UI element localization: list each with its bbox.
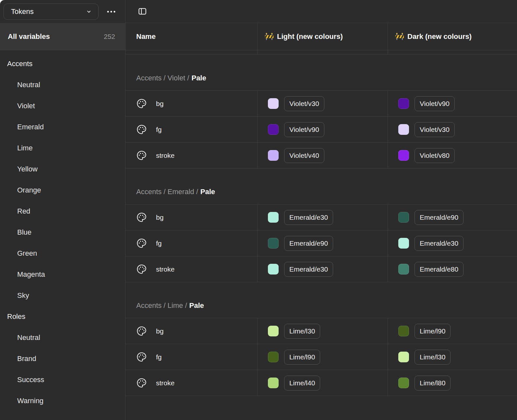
- column-header-dark-mode[interactable]: Dark (new colours): [388, 23, 517, 50]
- sidebar-item-blue[interactable]: Blue: [0, 222, 125, 243]
- color-swatch[interactable]: [268, 264, 279, 274]
- variable-row[interactable]: fgViolet/v90Violet/v30: [126, 116, 517, 142]
- token-chip[interactable]: Emerald/e30: [415, 236, 463, 251]
- light-value-cell[interactable]: Emerald/e30: [257, 256, 388, 282]
- sidebar-item-brand[interactable]: Brand: [0, 348, 125, 369]
- color-swatch[interactable]: [268, 326, 279, 336]
- color-swatch[interactable]: [398, 124, 409, 135]
- sidebar-item-all-variables[interactable]: All variables 252: [0, 23, 125, 50]
- variable-name-cell[interactable]: fg: [126, 117, 257, 142]
- sidebar-item-orange[interactable]: Orange: [0, 180, 125, 201]
- token-chip[interactable]: Lime/l80: [415, 376, 451, 391]
- token-chip[interactable]: Violet/v80: [415, 148, 455, 163]
- toggle-sidebar-button[interactable]: [136, 5, 149, 18]
- variable-row[interactable]: bgViolet/v30Violet/v90: [126, 90, 517, 116]
- color-swatch[interactable]: [398, 264, 409, 274]
- column-header-light-mode[interactable]: Light (new colours): [257, 23, 388, 50]
- token-chip[interactable]: Violet/v30: [415, 122, 455, 137]
- color-swatch[interactable]: [398, 98, 409, 109]
- token-chip[interactable]: Violet/v90: [415, 96, 455, 111]
- token-chip[interactable]: Lime/l30: [284, 324, 320, 339]
- token-chip[interactable]: Lime/l90: [415, 324, 451, 339]
- token-chip[interactable]: Lime/l30: [415, 350, 451, 365]
- variable-row[interactable]: bgEmerald/e30Emerald/e90: [126, 204, 517, 230]
- light-value-cell[interactable]: Lime/l90: [257, 344, 388, 370]
- dark-value-cell[interactable]: Violet/v80: [388, 143, 517, 168]
- variable-name-cell[interactable]: bg: [126, 318, 257, 344]
- light-value-cell[interactable]: Violet/v30: [257, 91, 388, 116]
- color-swatch[interactable]: [398, 326, 409, 336]
- dark-value-cell[interactable]: Emerald/e90: [388, 204, 517, 230]
- variable-row[interactable]: strokeEmerald/e30Emerald/e80: [126, 256, 517, 282]
- color-swatch[interactable]: [398, 238, 409, 249]
- color-swatch[interactable]: [398, 352, 409, 362]
- token-chip[interactable]: Violet/v40: [284, 148, 324, 163]
- sidebar-item-warning[interactable]: Warning: [0, 390, 125, 411]
- token-chip[interactable]: Emerald/e30: [284, 210, 333, 225]
- variable-name-cell[interactable]: stroke: [126, 143, 257, 168]
- dark-value-cell[interactable]: Emerald/e80: [388, 256, 517, 282]
- token-chip[interactable]: Emerald/e90: [415, 210, 463, 225]
- token-chip[interactable]: Violet/v30: [284, 96, 324, 111]
- light-value-cell[interactable]: Violet/v90: [257, 117, 388, 142]
- sidebar-item-red[interactable]: Red: [0, 201, 125, 222]
- dark-value-cell[interactable]: Violet/v90: [388, 91, 517, 116]
- section-breadcrumb: Accents / Lime /Pale: [126, 282, 517, 318]
- variable-row[interactable]: bgLime/l30Lime/l90: [126, 318, 517, 344]
- sidebar-item-green[interactable]: Green: [0, 243, 125, 264]
- color-swatch[interactable]: [268, 124, 279, 135]
- color-swatch[interactable]: [268, 352, 279, 362]
- light-value-cell[interactable]: Violet/v40: [257, 143, 388, 168]
- sidebar-item-emerald[interactable]: Emerald: [0, 116, 125, 137]
- sidebar-item-violet[interactable]: Violet: [0, 95, 125, 116]
- color-swatch[interactable]: [268, 150, 279, 161]
- variable-name-cell[interactable]: stroke: [126, 370, 257, 396]
- sidebar-item-success[interactable]: Success: [0, 369, 125, 390]
- collection-selector[interactable]: Tokens: [4, 4, 99, 20]
- panel-left-icon: [138, 6, 147, 16]
- color-swatch[interactable]: [268, 98, 279, 109]
- sidebar-item-lime[interactable]: Lime: [0, 137, 125, 158]
- dark-value-cell[interactable]: Violet/v30: [388, 117, 517, 142]
- light-value-cell[interactable]: Lime/l40: [257, 370, 388, 396]
- variable-row[interactable]: strokeViolet/v40Violet/v80: [126, 142, 517, 168]
- variable-name-cell[interactable]: bg: [126, 204, 257, 230]
- token-chip[interactable]: Lime/l40: [284, 376, 320, 391]
- sidebar-group-roles[interactable]: Roles: [0, 306, 125, 327]
- column-header-name[interactable]: Name: [126, 23, 257, 50]
- section-breadcrumb: Accents / Emerald /Pale: [126, 168, 517, 204]
- variable-name-cell[interactable]: fg: [126, 344, 257, 370]
- light-value-cell[interactable]: Emerald/e90: [257, 230, 388, 256]
- sidebar-group-accents[interactable]: Accents: [0, 53, 125, 74]
- variable-row[interactable]: fgEmerald/e90Emerald/e30: [126, 230, 517, 256]
- sidebar-item-neutral[interactable]: Neutral: [0, 74, 125, 95]
- color-swatch[interactable]: [268, 378, 279, 388]
- dark-value-cell[interactable]: Lime/l90: [388, 318, 517, 344]
- token-chip[interactable]: Emerald/e80: [415, 262, 463, 277]
- color-swatch[interactable]: [398, 150, 409, 161]
- light-value-cell[interactable]: Emerald/e30: [257, 204, 388, 230]
- token-chip[interactable]: Lime/l90: [284, 350, 320, 365]
- token-chip[interactable]: Emerald/e30: [284, 262, 333, 277]
- color-swatch[interactable]: [398, 212, 409, 223]
- color-swatch[interactable]: [398, 378, 409, 388]
- sidebar-item-magenta[interactable]: Magenta: [0, 264, 125, 285]
- token-chip[interactable]: Emerald/e90: [284, 236, 333, 251]
- variable-row[interactable]: strokeLime/l40Lime/l80: [126, 370, 517, 396]
- more-options-button[interactable]: [104, 4, 119, 19]
- token-chip[interactable]: Violet/v90: [284, 122, 324, 137]
- color-swatch[interactable]: [268, 212, 279, 223]
- variable-name-cell[interactable]: fg: [126, 230, 257, 256]
- color-swatch[interactable]: [268, 238, 279, 249]
- sidebar-item-neutral[interactable]: Neutral: [0, 327, 125, 348]
- dark-value-cell[interactable]: Lime/l80: [388, 370, 517, 396]
- sidebar-item-yellow[interactable]: Yellow: [0, 158, 125, 180]
- light-value-cell[interactable]: Lime/l30: [257, 318, 388, 344]
- variable-name-cell[interactable]: bg: [126, 91, 257, 116]
- variable-name-cell[interactable]: stroke: [126, 256, 257, 282]
- dark-value-cell[interactable]: Lime/l30: [388, 344, 517, 370]
- variables-table-panel: Name Light (new colours: [126, 0, 517, 420]
- dark-value-cell[interactable]: Emerald/e30: [388, 230, 517, 256]
- variable-row[interactable]: fgLime/l90Lime/l30: [126, 344, 517, 370]
- sidebar-item-sky[interactable]: Sky: [0, 285, 125, 306]
